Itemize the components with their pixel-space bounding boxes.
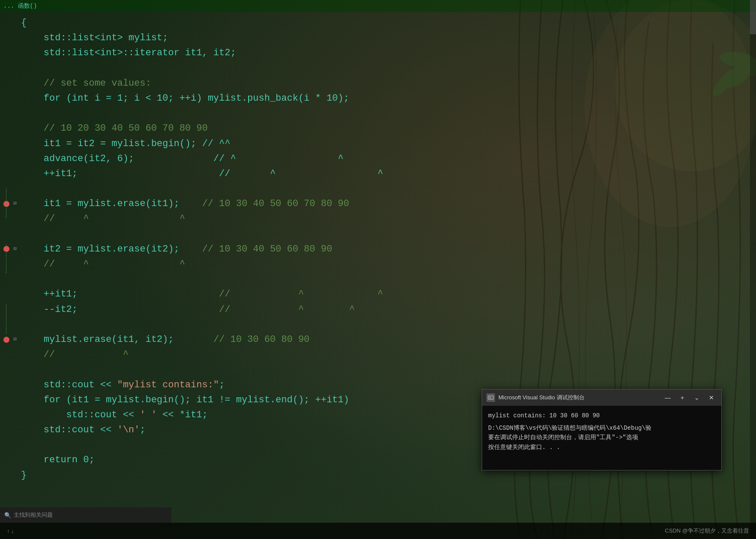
line-19: ++it1; // ^ ^ [0, 287, 756, 302]
line-23: // ^ [0, 347, 756, 362]
line-13: ⊟ it1 = mylist.erase(it1); // 10 30 40 5… [0, 196, 756, 211]
line-11: ++it1; // ^ ^ [0, 166, 756, 181]
code-text-12 [19, 181, 753, 196]
code-text-5: // set some values: [19, 76, 753, 91]
line-1: { [0, 15, 756, 30]
line-6: for (int i = 1; i < 10; ++i) mylist.push… [0, 91, 756, 106]
line-8: // 10 20 30 40 50 60 70 80 90 [0, 121, 756, 136]
status-right: CSDN @争不过朝夕，又念着往昔 [665, 527, 749, 535]
line-20: --it2; // ^ ^ [0, 302, 756, 317]
code-text-21 [19, 317, 753, 332]
console-output-2: D:\CSDN博客\vs代码\验证猜想与瞎编代码\x64\Debug\验 [488, 424, 715, 433]
console-chevron-button[interactable]: ⌄ [691, 393, 702, 402]
line-12 [0, 181, 756, 196]
line-5: // set some values: [0, 76, 756, 91]
code-text-17: // ^ ^ [19, 257, 753, 272]
fold-indicator-3 [6, 304, 7, 333]
fold-arrow-22[interactable]: ⊟ [12, 336, 18, 343]
code-text-14: // ^ ^ [19, 211, 753, 226]
search-text: 主找到相关问题 [14, 511, 53, 519]
code-text-16: it2 = mylist.erase(it2); // 10 30 40 50 … [19, 242, 753, 257]
console-app-icon [486, 393, 495, 402]
console-output-4: 按任意键关闭此窗口. . . [488, 443, 715, 452]
console-output-1: mylist contains: 10 30 60 80 90 [488, 411, 715, 420]
code-text-15 [19, 227, 753, 242]
console-body: mylist contains: 10 30 60 80 90 D:\CSDN博… [482, 406, 721, 470]
line-7 [0, 106, 756, 121]
code-text-4 [19, 61, 753, 76]
fold-indicator-1 [6, 189, 7, 218]
code-text-13: it1 = mylist.erase(it1); // 10 30 40 50 … [19, 196, 753, 211]
console-titlebar: Microsoft Visual Studio 调试控制台 — + ⌄ ✕ [482, 389, 721, 406]
console-title-text: Microsoft Visual Studio 调试控制台 [498, 394, 659, 401]
code-text-6: for (int i = 1; i < 10; ++i) mylist.push… [19, 91, 753, 106]
line-4 [0, 61, 756, 76]
fold-arrow-16[interactable]: ⊟ [12, 246, 18, 252]
code-text-8: // 10 20 30 40 50 60 70 80 90 [19, 121, 753, 136]
line-9: it1 = it2 = mylist.begin(); // ^^ [0, 136, 756, 151]
code-text-7 [19, 106, 753, 121]
console-maximize-button[interactable]: + [677, 393, 688, 402]
code-text-9: it1 = it2 = mylist.begin(); // ^^ [19, 136, 753, 151]
code-text-1: { [19, 15, 753, 30]
status-bar: ↑ ↓ CSDN @争不过朝夕，又念着往昔 [0, 523, 756, 539]
code-text-20: --it2; // ^ ^ [19, 302, 753, 317]
console-minimize-button[interactable]: — [662, 393, 673, 402]
code-text-10: advance(it2, 6); // ^ ^ [19, 151, 753, 166]
line-21 [0, 317, 756, 332]
console-window: Microsoft Visual Studio 调试控制台 — + ⌄ ✕ my… [482, 389, 722, 470]
code-text-2: std::list<int> mylist; [19, 30, 753, 45]
line-10: advance(it2, 6); // ^ ^ [0, 151, 756, 166]
code-text-23: // ^ [19, 347, 753, 362]
line-18 [0, 272, 756, 287]
code-text-3: std::list<int>::iterator it1, it2; [19, 45, 753, 60]
code-text-11: ++it1; // ^ ^ [19, 166, 753, 181]
code-text-24 [19, 362, 753, 377]
line-17: // ^ ^ [0, 257, 756, 272]
line-22: ⊟ mylist.erase(it1, it2); // 10 30 60 80… [0, 332, 756, 347]
code-text-19: ++it1; // ^ ^ [19, 287, 753, 302]
line-2: std::list<int> mylist; [0, 30, 756, 45]
breadcrumb-text: ... 函数() [3, 2, 37, 10]
console-close-button[interactable]: ✕ [706, 393, 717, 402]
line-14: // ^ ^ [0, 211, 756, 226]
line-16: ⊟ it2 = mylist.erase(it2); // 10 30 40 5… [0, 242, 756, 257]
scrollbar-thumb[interactable] [750, 0, 756, 34]
scrollbar[interactable] [750, 0, 756, 539]
code-text-18 [19, 272, 753, 287]
breakpoint-22 [3, 337, 9, 343]
top-breadcrumb: ... 函数() [0, 0, 756, 12]
search-label: 🔍 [4, 512, 11, 518]
line-3: std::list<int>::iterator it1, it2; [0, 45, 756, 60]
svg-rect-6 [488, 396, 493, 399]
fold-arrow-13[interactable]: ⊟ [12, 201, 18, 207]
status-left: ↑ ↓ [7, 528, 14, 534]
search-bar: 🔍 主找到相关问题 [0, 507, 171, 523]
line-15 [0, 227, 756, 242]
fold-indicator-2 [6, 244, 7, 273]
line-24 [0, 362, 756, 377]
code-text-22: mylist.erase(it1, it2); // 10 30 60 80 9… [19, 332, 753, 347]
console-output-3: 要在调试停止时自动关闭控制台，请启用"工具"->"选项 [488, 433, 715, 442]
